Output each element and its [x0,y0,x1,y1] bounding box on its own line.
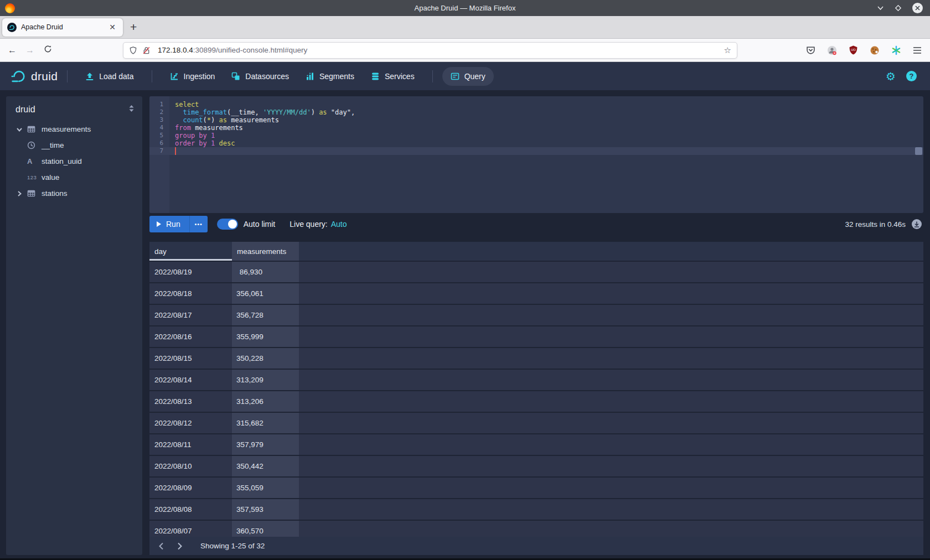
cell-measurements: 315,682 [232,413,299,433]
sidebar-item-stations[interactable]: stations [6,185,142,201]
tree-item-label: __time [42,141,64,149]
sidebar-item-measurements[interactable]: measurements [6,121,142,137]
line-number: 4 [149,124,169,132]
code-line: select [175,101,923,108]
help-icon[interactable]: ? [906,71,917,81]
table-row[interactable]: 2022/08/18356,061 [149,283,923,304]
nav-item-load-data[interactable]: Load data [77,67,142,86]
druid-brand[interactable]: druid [10,68,58,85]
cell-filler [299,370,923,390]
chevron-right-icon[interactable] [16,190,24,197]
nav-item-ingestion[interactable]: Ingestion [162,67,224,86]
cookie-extension-icon[interactable] [870,45,880,55]
table-row[interactable]: 2022/08/1986,930 [149,262,923,282]
run-more-options-button[interactable]: ••• [189,216,208,232]
maximize-button[interactable] [895,4,902,12]
navbar-divider [152,70,152,82]
segments-icon [306,72,314,81]
pocket-icon[interactable] [806,45,815,55]
back-icon[interactable]: ← [3,45,21,55]
schema-selector[interactable]: druid [16,105,128,115]
cell-value: 350,228 [236,354,262,362]
window-title: Apache Druid — Mozilla Firefox [0,4,930,12]
browser-toolbar: ← → 172.18.0.4:30899/unified-console.htm… [0,39,930,62]
forward-icon[interactable]: → [21,45,39,55]
table-row[interactable]: 2022/08/15350,228 [149,348,923,369]
download-results-icon[interactable] [912,219,922,229]
table-row[interactable]: 2022/08/07360,570 [149,521,923,537]
results-summary-text: 32 results in 0.46s [845,220,906,229]
sql-code[interactable]: select time_format(__time, 'YYYY/MM/dd')… [169,96,923,213]
url-host: 172.18.0.4 [158,46,193,54]
cell-measurements: 355,059 [232,478,299,498]
insecure-lock-icon[interactable] [142,46,151,55]
ublock-icon[interactable]: UO [849,45,858,55]
table-row[interactable]: 2022/08/13313,206 [149,391,923,412]
nav-item-query[interactable]: Query [442,67,494,86]
auto-limit-label: Auto limit [244,220,276,229]
sql-token [207,132,211,139]
chevron-down-icon[interactable] [16,126,24,133]
nav-item-services[interactable]: Services [363,67,423,86]
nav-item-label: Services [385,72,415,81]
auto-limit-toggle[interactable] [217,219,238,230]
menu-hamburger-icon[interactable] [913,46,922,54]
live-query-value[interactable]: Auto [331,220,347,229]
cell-value: 350,442 [236,462,262,470]
reload-icon[interactable] [39,45,56,55]
sidebar-item-value[interactable]: 123value [6,169,142,185]
sql-token: 'YYYY/MM/dd' [263,108,311,116]
column-header-label: measurements [237,247,286,256]
sidebar-item-time[interactable]: __time [6,137,142,153]
firefox-window: Apache Druid — Mozilla Firefox Apache Dr… [0,0,930,560]
sql-editor[interactable]: 1234567 select time_format(__time, 'YYYY… [149,96,923,213]
table-row[interactable]: 2022/08/14313,209 [149,370,923,390]
table-row[interactable]: 2022/08/10350,442 [149,456,923,476]
table-row[interactable]: 2022/08/09355,059 [149,478,923,498]
cell-value: 355,059 [236,484,262,492]
bookmark-star-icon[interactable]: ☆ [724,45,731,55]
extension-account-icon[interactable] [827,45,837,55]
nav-item-datasources[interactable]: Datasources [223,67,297,86]
settings-gear-icon[interactable]: ⚙ [886,71,896,82]
sql-token [215,139,219,147]
tab-close-icon[interactable]: ✕ [107,22,118,33]
tab-strip: Apache Druid ✕ + [0,16,930,39]
tab-title: Apache Druid [21,23,107,31]
line-number: 6 [149,139,169,147]
column-header-day[interactable]: day [149,242,232,261]
run-button[interactable]: Run [149,216,189,232]
column-header-label: day [154,247,167,256]
sql-token [175,108,183,116]
live-query-label: Live query: [290,220,327,229]
url-path: :30899/unified-console.html#query [193,46,307,54]
nav-item-segments[interactable]: Segments [297,67,363,86]
nav-item-label: Ingestion [184,72,215,81]
table-row[interactable]: 2022/08/08357,593 [149,499,923,520]
pagination-bar: Showing 1-25 of 32 [149,537,923,555]
sort-caret-icon[interactable] [128,105,135,115]
table-row[interactable]: 2022/08/11357,979 [149,434,923,455]
table-row[interactable]: 2022/08/17356,728 [149,305,923,325]
editor-scroll-indicator[interactable] [915,147,922,155]
cell-value: 313,206 [236,397,262,406]
cell-filler [299,413,923,433]
browser-tab[interactable]: Apache Druid ✕ [2,18,123,37]
cell-filler [299,283,923,304]
asterisk-extension-icon[interactable] [891,45,901,55]
minimize-button[interactable] [877,4,884,12]
new-tab-button[interactable]: + [130,20,137,34]
url-bar[interactable]: 172.18.0.4:30899/unified-console.html#qu… [123,42,737,59]
tracking-shield-icon[interactable] [129,46,137,55]
close-button[interactable] [912,3,923,13]
sql-token: measurements [227,116,279,124]
table-row[interactable]: 2022/08/16355,999 [149,326,923,347]
header-filler [299,242,923,261]
window-titlebar: Apache Druid — Mozilla Firefox [0,0,930,16]
sidebar-item-station-uuid[interactable]: Astation_uuid [6,153,142,169]
next-page-icon[interactable] [173,539,187,553]
previous-page-icon[interactable] [154,539,168,553]
svg-text:UO: UO [851,48,856,51]
column-header-measurements[interactable]: measurements [232,242,299,261]
table-row[interactable]: 2022/08/12315,682 [149,413,923,433]
